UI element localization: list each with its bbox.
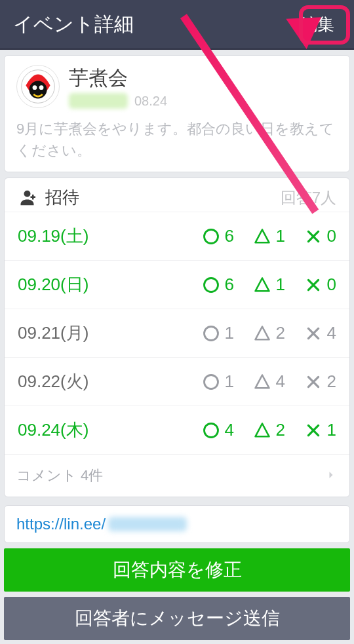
yes-count-cell: 1 xyxy=(183,323,234,343)
svg-point-8 xyxy=(204,423,218,437)
event-avatar xyxy=(16,65,60,108)
svg-point-5 xyxy=(204,278,218,292)
maybe-count-cell: 1 xyxy=(234,275,285,295)
event-title: 芋煮会 xyxy=(69,65,167,92)
header-bar: イベント詳細 編集 xyxy=(0,0,354,50)
yes-count: 6 xyxy=(225,226,234,246)
event-info-card: 芋煮会 08.24 9月に芋煮会をやります。都合の良い日を教えてください。 xyxy=(4,55,350,172)
yes-count: 1 xyxy=(225,371,234,392)
circle-icon xyxy=(201,421,221,440)
no-count: 0 xyxy=(327,226,336,246)
triangle-icon xyxy=(252,324,272,343)
x-icon xyxy=(304,275,323,295)
no-count-cell: 0 xyxy=(285,275,336,295)
schedule-row[interactable]: 09.21(月)124 xyxy=(5,309,349,357)
circle-icon xyxy=(201,227,221,246)
invite-icon xyxy=(18,187,40,209)
schedule-date: 09.20(日) xyxy=(18,273,183,296)
maybe-count-cell: 2 xyxy=(234,323,285,343)
svg-point-6 xyxy=(204,326,218,340)
maybe-count: 2 xyxy=(276,420,285,440)
yes-count-cell: 4 xyxy=(183,420,234,440)
event-created-date: 08.24 xyxy=(134,94,167,109)
yes-count: 1 xyxy=(225,323,234,343)
no-count: 2 xyxy=(327,371,336,392)
maybe-count-cell: 2 xyxy=(234,420,285,440)
svg-point-2 xyxy=(33,85,37,90)
x-icon xyxy=(304,421,323,440)
page-title: イベント詳細 xyxy=(13,11,294,38)
schedule-date: 09.21(月) xyxy=(18,322,183,345)
edit-button[interactable]: 編集 xyxy=(294,9,341,40)
maybe-count: 1 xyxy=(276,226,285,246)
schedule-row[interactable]: 09.19(土)610 xyxy=(5,212,349,260)
maybe-count-cell: 1 xyxy=(234,226,285,246)
schedule-row[interactable]: 09.22(火)142 xyxy=(5,357,349,406)
send-message-button[interactable]: 回答者にメッセージ送信 xyxy=(4,597,350,640)
no-count-cell: 4 xyxy=(285,323,336,343)
maybe-count: 4 xyxy=(276,371,285,392)
x-icon xyxy=(304,324,323,343)
share-url-redacted xyxy=(108,517,187,531)
share-url-card[interactable]: https://lin.ee/ xyxy=(4,505,350,543)
yes-count: 4 xyxy=(225,420,234,440)
edit-answer-button[interactable]: 回答内容を修正 xyxy=(4,548,350,592)
circle-icon xyxy=(201,324,221,343)
yes-count-cell: 1 xyxy=(183,371,234,392)
maybe-count-cell: 4 xyxy=(234,371,285,392)
schedule-date: 09.22(火) xyxy=(18,370,183,393)
organizer-name-redacted xyxy=(69,93,128,109)
schedule-row[interactable]: 09.20(日)610 xyxy=(5,260,349,309)
no-count: 4 xyxy=(327,323,336,343)
no-count: 1 xyxy=(327,420,336,440)
no-count-cell: 0 xyxy=(285,226,336,246)
svg-point-3 xyxy=(39,85,44,90)
no-count-cell: 1 xyxy=(285,420,336,440)
maybe-count: 1 xyxy=(276,275,285,295)
schedule-row[interactable]: 09.24(木)421 xyxy=(5,406,349,454)
triangle-icon xyxy=(252,421,272,440)
event-description: 9月に芋煮会をやります。都合の良い日を教えてください。 xyxy=(5,113,349,165)
x-icon xyxy=(304,227,323,246)
mascot-icon xyxy=(20,69,56,104)
no-count-cell: 2 xyxy=(285,371,336,392)
yes-count-cell: 6 xyxy=(183,275,234,295)
circle-icon xyxy=(201,372,221,392)
share-url-prefix: https://lin.ee/ xyxy=(16,515,106,533)
circle-icon xyxy=(201,275,221,295)
yes-count-cell: 6 xyxy=(183,226,234,246)
invite-label[interactable]: 招待 xyxy=(45,186,281,209)
no-count: 0 xyxy=(327,275,336,295)
x-icon xyxy=(304,372,323,392)
comments-label: コメント 4件 xyxy=(16,466,324,485)
yes-count: 6 xyxy=(225,275,234,295)
schedule-date: 09.19(土) xyxy=(18,225,183,248)
svg-point-4 xyxy=(204,229,218,243)
maybe-count: 2 xyxy=(276,323,285,343)
schedule-date: 09.24(木) xyxy=(18,419,183,442)
triangle-icon xyxy=(252,372,272,392)
triangle-icon xyxy=(252,227,272,246)
svg-point-7 xyxy=(204,375,218,388)
answer-count[interactable]: 回答7人 xyxy=(281,187,336,208)
schedule-card: 招待 回答7人 09.19(土)61009.20(日)61009.21(月)12… xyxy=(4,178,350,497)
chevron-right-icon xyxy=(324,465,338,486)
comments-row[interactable]: コメント 4件 xyxy=(5,454,349,497)
triangle-icon xyxy=(252,275,272,295)
